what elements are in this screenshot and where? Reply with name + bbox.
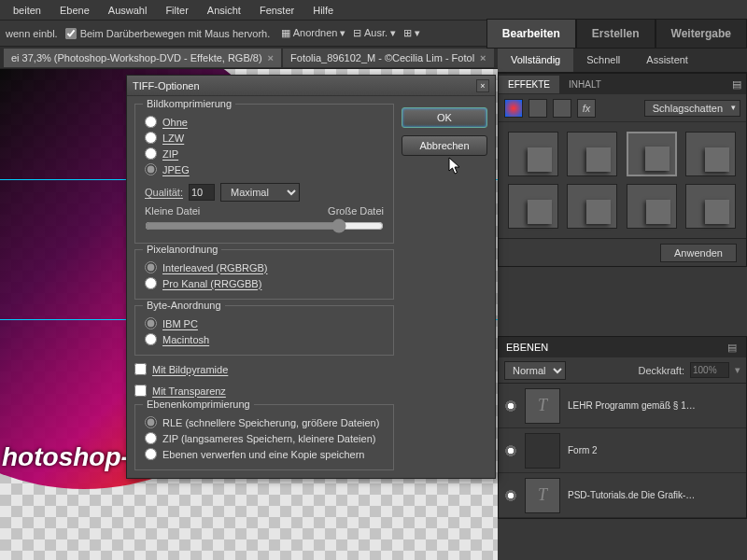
subtab-guided[interactable]: Assistent — [633, 49, 701, 72]
chevron-down-icon[interactable]: ▾ — [735, 364, 740, 376]
quality-input[interactable] — [189, 184, 215, 201]
fx-filter-icon[interactable] — [553, 99, 571, 118]
layer-thumbnail[interactable]: T — [525, 388, 560, 424]
slider-max-label: Große Datei — [328, 205, 384, 217]
layer-thumbnail[interactable] — [525, 433, 560, 469]
radio-lzw[interactable]: LZW — [145, 130, 384, 146]
opts-text: wenn einbl. — [6, 28, 58, 39]
layer-name[interactable]: Form 2 — [568, 445, 740, 455]
radio-jpeg[interactable]: JPEG — [145, 161, 384, 177]
close-icon[interactable]: × — [268, 52, 274, 63]
checkbox-label: Mit Bildpyramide — [152, 364, 228, 375]
visibility-icon[interactable] — [504, 444, 517, 457]
menu-item[interactable]: Hilfe — [303, 2, 343, 19]
cancel-button[interactable]: Abbrechen — [402, 135, 487, 156]
visibility-icon[interactable] — [504, 399, 517, 413]
effect-thumbnail[interactable] — [685, 132, 736, 176]
arrange-button[interactable]: Anordnen — [293, 27, 338, 38]
close-icon[interactable]: × — [480, 52, 486, 63]
tab-label: Fotolia_896102_M - ©Cecilia Lim - Fotol — [290, 52, 474, 63]
radio-zip[interactable]: ZIP — [145, 146, 384, 161]
apply-button[interactable]: Anwenden — [660, 244, 737, 262]
opacity-input[interactable] — [690, 362, 729, 378]
fx-filter-icon[interactable] — [529, 99, 547, 118]
radio-mac[interactable]: Macintosh — [145, 331, 384, 347]
effect-thumbnail[interactable] — [508, 132, 558, 176]
fx-filter-icon[interactable] — [504, 99, 523, 118]
radio-perchannel[interactable]: Pro Kanal (RRGGBB) — [145, 275, 384, 291]
effects-panel: EFFEKTE INHALT fx Schlagschatten Anwende… — [498, 73, 747, 267]
layer-row[interactable]: T PSD-Tutorials.de Die Grafik-… — [499, 473, 746, 518]
menu-item[interactable]: beiten — [4, 2, 50, 19]
distribute-button[interactable]: ⊞ ▾ — [403, 27, 420, 39]
blend-mode-dropdown[interactable]: Normal — [504, 361, 566, 380]
radio-discard[interactable]: Ebenen verwerfen und eine Kopie speicher… — [145, 446, 384, 462]
tab-share[interactable]: Weitergabe — [655, 19, 747, 49]
document-tab[interactable]: Fotolia_896102_M - ©Cecilia Lim - Fotol … — [283, 49, 493, 67]
menu-bar: beiten Ebene Auswahl Filter Ansicht Fens… — [0, 0, 747, 21]
hover-highlight-checkbox[interactable]: Beim Darüberbewegen mit Maus hervorh. — [65, 28, 271, 39]
tab-effects[interactable]: EFFEKTE — [499, 76, 559, 93]
layer-thumbnail[interactable]: T — [525, 478, 560, 513]
group-legend: Ebenenkomprimierung — [143, 399, 254, 410]
dialog-titlebar[interactable]: TIFF-Optionen × — [127, 76, 495, 96]
layer-row[interactable]: T LEHR Programm gemäß § 1… — [499, 384, 746, 428]
menu-item[interactable]: Filter — [156, 2, 197, 19]
radio-ibmpc[interactable]: IBM PC — [145, 315, 384, 331]
tab-label: ei 37,3% (Photoshop-Workshop-DVD - Effek… — [11, 52, 262, 63]
layer-name[interactable]: LEHR Programm gemäß § 1… — [568, 400, 740, 411]
effect-thumbnail[interactable] — [567, 184, 617, 229]
panel-menu-icon[interactable] — [727, 77, 746, 91]
radio-label: Ebenen verwerfen und eine Kopie speicher… — [162, 449, 364, 460]
effects-panel-tabs: EFFEKTE INHALT — [499, 74, 746, 94]
align-button[interactable]: Ausr. — [364, 27, 388, 38]
radio-label: LZW — [162, 133, 184, 144]
layer-row[interactable]: Form 2 — [499, 428, 746, 473]
close-icon[interactable]: × — [476, 79, 489, 92]
checkbox-transparency[interactable]: Mit Transparenz — [134, 383, 394, 399]
effect-thumbnail[interactable] — [567, 132, 617, 176]
radio-none[interactable]: Ohne — [145, 114, 384, 130]
layers-panel: EBENEN Normal Deckkraft: ▾ T LEHR Progra… — [498, 336, 747, 519]
visibility-icon[interactable] — [504, 489, 517, 502]
effect-thumbnail[interactable] — [508, 184, 558, 229]
byte-order-group: Byte-Anordnung IBM PC Macintosh — [134, 305, 394, 356]
radio-rle[interactable]: RLE (schnellere Speicherung, größere Dat… — [145, 414, 384, 430]
opacity-label: Deckkraft: — [638, 365, 684, 376]
radio-interleaved[interactable]: Interleaved (RGBRGB) — [145, 259, 384, 275]
pixel-order-group: Pixelanordnung Interleaved (RGBRGB) Pro … — [134, 249, 394, 300]
group-legend: Pixelanordnung — [143, 244, 221, 255]
mode-subtabs: Vollständig Schnell Assistent — [498, 49, 747, 73]
subtab-full[interactable]: Vollständig — [498, 49, 573, 72]
panel-menu-icon[interactable] — [726, 341, 739, 354]
effects-toolbar: fx Schlagschatten — [499, 94, 746, 122]
radio-label: IBM PC — [162, 318, 198, 329]
tab-create[interactable]: Erstellen — [576, 19, 655, 49]
quality-dropdown[interactable]: Maximal — [220, 183, 300, 202]
effect-thumbnail[interactable] — [627, 184, 677, 229]
tab-edit[interactable]: Bearbeiten — [486, 19, 576, 49]
group-legend: Byte-Anordnung — [143, 300, 225, 311]
fx-filter-icon[interactable]: fx — [577, 99, 596, 118]
ok-button[interactable]: OK — [402, 107, 487, 128]
document-tab[interactable]: ei 37,3% (Photoshop-Workshop-DVD - Effek… — [4, 49, 281, 67]
effect-thumbnail[interactable] — [627, 132, 677, 176]
effect-thumbnail[interactable] — [685, 184, 736, 229]
menu-item[interactable]: Ebene — [50, 2, 99, 19]
checkbox-pyramid[interactable]: Mit Bildpyramide — [134, 361, 394, 377]
radio-label: Ohne — [162, 117, 188, 128]
tab-content[interactable]: INHALT — [559, 76, 611, 93]
menu-item[interactable]: Ansicht — [198, 2, 250, 19]
radio-zip-layers[interactable]: ZIP (langsameres Speichern, kleinere Dat… — [145, 430, 384, 446]
menu-item[interactable]: Auswahl — [99, 2, 157, 19]
menu-item[interactable]: Fenster — [250, 2, 303, 19]
dialog-title: TIFF-Optionen — [133, 80, 200, 91]
quality-slider[interactable] — [145, 218, 384, 233]
layer-name[interactable]: PSD-Tutorials.de Die Grafik-… — [568, 490, 740, 500]
checkbox-icon[interactable] — [65, 28, 77, 39]
radio-label: ZIP — [162, 148, 178, 160]
radio-label: ZIP (langsameres Speichern, kleinere Dat… — [162, 433, 375, 444]
subtab-quick[interactable]: Schnell — [573, 49, 633, 72]
radio-label: RLE (schnellere Speicherung, größere Dat… — [162, 417, 379, 428]
effect-type-dropdown[interactable]: Schlagschatten — [644, 100, 740, 117]
